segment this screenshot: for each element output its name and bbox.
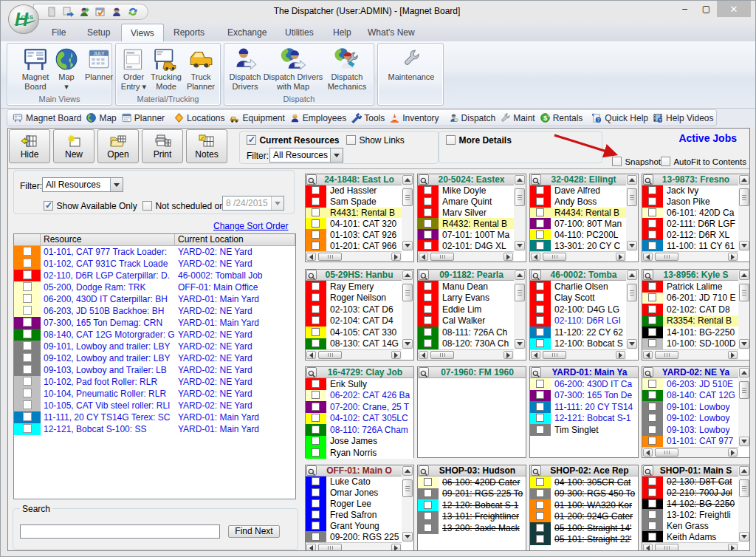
entry-checkbox[interactable]	[424, 219, 432, 228]
card-header[interactable]: 16-4729: Clay Job	[306, 367, 413, 378]
entry-checkbox[interactable]	[424, 242, 432, 250]
entry-checkbox[interactable]	[648, 242, 656, 250]
entry-checkbox[interactable]	[536, 305, 544, 313]
horizontal-scrollbar[interactable]	[642, 349, 738, 360]
entry-checkbox[interactable]	[536, 501, 544, 509]
toolbar-item-locations[interactable]: Locations	[171, 112, 227, 123]
card-entry[interactable]: 04-101: CAT 320	[306, 218, 402, 229]
entry-checkbox[interactable]	[648, 282, 656, 290]
entry-checkbox[interactable]	[312, 391, 320, 399]
toolbar-item-dispatch[interactable]: Dispatch	[446, 112, 498, 123]
card-header[interactable]: 24-1848: East Lo	[306, 174, 402, 185]
autofit-checkbox[interactable]	[661, 157, 670, 166]
card-entry[interactable]: Andy Boss	[530, 197, 626, 208]
card-entry[interactable]: 06-201: JD 710 E	[642, 293, 738, 304]
card-header[interactable]: SHOP-03: Hudson	[418, 465, 526, 476]
entry-checkbox[interactable]	[648, 339, 656, 347]
card-entry[interactable]: 06-203: JD 510E	[642, 378, 738, 390]
card-entry[interactable]: 09-102: Lowboy	[642, 413, 738, 425]
card-entry[interactable]: 01-101: CAT 977	[642, 436, 738, 448]
vertical-scroll-thumb[interactable]	[402, 284, 413, 301]
card-entry[interactable]: Amare Quint	[418, 197, 514, 208]
entry-checkbox[interactable]	[312, 282, 320, 290]
card-entry[interactable]: 12-121: Bobcat S-1	[530, 413, 638, 425]
card-entry[interactable]: 08-110: 726A Cham	[306, 424, 413, 436]
card-magnifier-button[interactable]	[419, 270, 429, 280]
entry-checkbox[interactable]	[424, 339, 432, 347]
card-entry[interactable]: 11-111: 20 CY TS14	[530, 401, 638, 413]
vertical-scrollbar[interactable]	[402, 174, 413, 251]
card-entry[interactable]: R4434: Rental B	[530, 208, 626, 219]
card-header[interactable]: YARD-01: Main Ya	[530, 367, 638, 378]
entry-checkbox[interactable]	[424, 328, 432, 336]
tab-file[interactable]: File	[43, 24, 75, 41]
dropdown-arrow-icon[interactable]	[330, 148, 343, 162]
ribbon-button-magnet[interactable]: Magnet Board	[18, 46, 53, 92]
horizontal-scroll-thumb[interactable]	[318, 351, 342, 359]
entry-checkbox[interactable]	[312, 219, 320, 228]
entry-checkbox[interactable]	[424, 512, 432, 520]
card-entry[interactable]: 08-120: 730A Ch	[418, 338, 514, 350]
scroll-down-button[interactable]	[739, 532, 749, 541]
card-header[interactable]: 09-1182: Pearla	[418, 270, 514, 281]
scroll-down-button[interactable]	[515, 339, 525, 349]
card-entry[interactable]: Dave Alfred	[530, 185, 626, 197]
scroll-left-button[interactable]	[419, 253, 428, 261]
card-entry[interactable]: 14-101: BG-2250	[642, 327, 738, 338]
entry-checkbox[interactable]	[536, 293, 544, 301]
card-header[interactable]: 07-1960: FM 1960	[418, 367, 526, 378]
card-entry[interactable]: 06-100: 420D Cater	[418, 476, 526, 488]
vertical-scroll-thumb[interactable]	[739, 188, 749, 206]
scroll-up-button[interactable]	[739, 368, 749, 377]
tab-utilities[interactable]: Utilities	[276, 24, 323, 41]
entry-checkbox[interactable]	[536, 489, 544, 497]
card-entry[interactable]: 13-200: 3axle Mack	[418, 522, 526, 534]
entry-checkbox[interactable]	[424, 501, 432, 509]
horizontal-scrollbar[interactable]	[306, 349, 402, 360]
entry-checkbox[interactable]	[312, 403, 320, 411]
entry-checkbox[interactable]	[312, 305, 320, 313]
entry-checkbox[interactable]	[536, 391, 544, 399]
card-entry[interactable]: Eddie Lim	[418, 304, 514, 315]
card-entry[interactable]: Jack Ivy	[642, 185, 738, 197]
entry-checkbox[interactable]	[312, 328, 320, 336]
entry-checkbox[interactable]	[536, 186, 544, 194]
card-entry[interactable]: 11-100: 11 CY 61	[642, 240, 738, 251]
card-entry[interactable]: 02-111: D6R LGF	[642, 218, 738, 229]
entry-checkbox[interactable]	[536, 414, 544, 422]
scroll-down-button[interactable]	[739, 437, 749, 446]
toolbar-item-equipment[interactable]: Equipment	[227, 112, 286, 123]
card-entry[interactable]: 09-300: RGS 450 To	[530, 488, 638, 500]
card-header[interactable]: 05-29HS: Hanbu	[306, 270, 402, 281]
card-header[interactable]: 13-9873: Fresno	[642, 174, 738, 185]
vertical-scrollbar[interactable]	[626, 270, 638, 349]
entry-checkbox[interactable]	[536, 328, 544, 336]
vertical-scroll-thumb[interactable]	[739, 381, 749, 399]
card-entry[interactable]: 06-200: 430D IT Ca	[530, 378, 638, 390]
card-magnifier-button[interactable]	[419, 367, 429, 377]
scroll-down-button[interactable]	[627, 339, 637, 349]
entry-checkbox[interactable]	[536, 242, 544, 250]
card-header[interactable]: 20-5024: Eastex	[418, 174, 514, 185]
toolbar-item-map[interactable]: Map	[83, 112, 118, 123]
entry-checkbox[interactable]	[648, 305, 656, 313]
scroll-up-button[interactable]	[627, 175, 637, 185]
card-entry[interactable]: Tim Singlet	[530, 424, 638, 436]
horizontal-scroll-thumb[interactable]	[655, 253, 678, 261]
card-entry[interactable]: 09-103: Lowboy	[642, 424, 738, 436]
card-entry[interactable]: 05-101: Straight 22'	[530, 534, 638, 546]
ribbon-button-planner[interactable]: JULYPlanner	[79, 46, 119, 82]
scroll-right-button[interactable]	[616, 351, 625, 359]
new-button[interactable]: New	[53, 129, 94, 163]
scroll-left-button[interactable]	[643, 544, 653, 551]
card-magnifier-button[interactable]	[531, 465, 541, 476]
card-header[interactable]: 32-0428: Ellingt	[530, 174, 626, 185]
entry-checkbox[interactable]	[648, 426, 656, 434]
entry-checkbox[interactable]	[424, 524, 432, 532]
toolbar-item-rentals[interactable]: $Rentals	[537, 112, 585, 123]
scroll-down-button[interactable]	[739, 339, 749, 349]
entry-checkbox[interactable]	[312, 230, 320, 239]
card-entry[interactable]: Ryan Norris	[306, 447, 413, 459]
scroll-left-button[interactable]	[306, 253, 316, 261]
vertical-scrollbar[interactable]	[514, 270, 526, 349]
